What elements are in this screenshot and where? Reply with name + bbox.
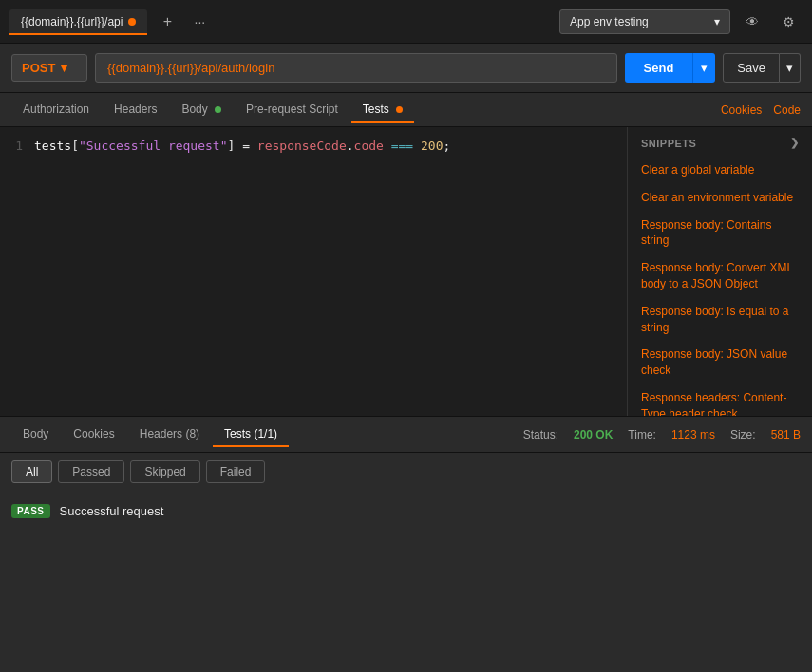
tab-label: {{domain}}.{{url}}/api — [21, 15, 123, 28]
send-button[interactable]: Send — [625, 53, 693, 83]
response-status-info: Status: 200 OK Time: 1123 ms Size: 581 B — [523, 428, 801, 441]
environment-selector[interactable]: App env testing ▾ — [559, 9, 730, 34]
snippet-body-equal[interactable]: Response body: Is equal to a string — [628, 298, 812, 342]
resp-tab-headers-label: Headers (8) — [140, 427, 199, 440]
tab-prerequest[interactable]: Pre-request Script — [235, 97, 349, 123]
resp-tab-cookies[interactable]: Cookies — [62, 422, 125, 447]
code-content-1: tests["Successful request"] = responseCo… — [34, 137, 450, 156]
send-chevron-icon: ▾ — [701, 61, 708, 75]
code-tests-key: tests — [34, 139, 71, 153]
resp-tab-cookies-label: Cookies — [73, 427, 114, 440]
resp-tab-tests[interactable]: Tests (1/1) — [213, 422, 289, 447]
line-number-1: 1 — [0, 137, 34, 156]
snippet-body-xml[interactable]: Response body: Convert XML body to a JSO… — [628, 254, 812, 298]
tests-dot-indicator — [396, 106, 403, 113]
filter-skipped-button[interactable]: Skipped — [130, 460, 199, 483]
test-filters: All Passed Skipped Failed — [0, 453, 812, 491]
snippets-header: SNIPPETS ❯ — [628, 137, 812, 157]
more-options-button[interactable]: ··· — [187, 9, 212, 34]
code-line-1: 1 tests["Successful request"] = response… — [0, 137, 627, 156]
env-chevron-icon: ▾ — [714, 15, 720, 28]
tab-tests-label: Tests — [363, 103, 389, 116]
save-button[interactable]: Save — [723, 53, 780, 83]
top-bar: {{domain}}.{{url}}/api + ··· App env tes… — [0, 0, 812, 44]
editor-area: 1 tests["Successful request"] = response… — [0, 127, 812, 417]
method-chevron-icon: ▾ — [61, 61, 67, 75]
resp-tab-body[interactable]: Body — [11, 422, 60, 447]
url-bar: POST ▾ Send ▾ Save ▾ — [0, 44, 812, 93]
tab-prerequest-label: Pre-request Script — [246, 103, 338, 116]
save-dropdown-button[interactable]: ▾ — [780, 53, 801, 83]
tab-headers-label: Headers — [114, 103, 157, 116]
time-label: Time: — [628, 428, 656, 441]
filter-all-button[interactable]: All — [11, 460, 52, 483]
snippet-headers-content-type[interactable]: Response headers: Content-Type header ch… — [628, 384, 812, 416]
eye-icon-button[interactable]: 👁 — [738, 8, 766, 36]
tab-tests[interactable]: Tests — [351, 97, 414, 123]
response-tabs: Body Cookies Headers (8) Tests (1/1) Sta… — [0, 417, 812, 453]
pass-badge: PASS — [11, 504, 50, 518]
snippets-chevron-icon[interactable]: ❯ — [790, 137, 800, 149]
snippet-body-json[interactable]: Response body: JSON value check — [628, 341, 812, 384]
tabs-right-links: Cookies Code — [721, 103, 801, 117]
add-tab-button[interactable]: + — [155, 9, 179, 34]
status-value: 200 OK — [574, 428, 613, 441]
cookies-link[interactable]: Cookies — [721, 103, 762, 117]
test-results: PASS Successful request — [0, 491, 812, 532]
snippets-title: SNIPPETS — [641, 138, 696, 149]
snippet-clear-global[interactable]: Clear a global variable — [628, 157, 812, 184]
tab-indicator — [128, 18, 136, 26]
method-selector[interactable]: POST ▾ — [11, 54, 87, 82]
test-result-name-1: Successful request — [60, 504, 164, 518]
settings-icon-button[interactable]: ⚙ — [774, 8, 803, 36]
size-label: Size: — [730, 428, 756, 441]
resp-tab-tests-label: Tests (1/1) — [224, 427, 277, 440]
size-value: 581 B — [771, 428, 801, 441]
response-area: Body Cookies Headers (8) Tests (1/1) Sta… — [0, 417, 812, 672]
snippets-panel: SNIPPETS ❯ Clear a global variable Clear… — [627, 127, 812, 416]
tab-body[interactable]: Body — [170, 97, 233, 123]
request-tabs: Authorization Headers Body Pre-request S… — [0, 93, 812, 127]
tab-authorization[interactable]: Authorization — [11, 97, 101, 123]
snippet-clear-env[interactable]: Clear an environment variable — [628, 184, 812, 212]
filter-failed-button[interactable]: Failed — [206, 460, 266, 483]
test-result-row-1: PASS Successful request — [11, 498, 801, 524]
env-label: App env testing — [570, 15, 649, 28]
url-input[interactable] — [95, 53, 617, 83]
code-link[interactable]: Code — [773, 103, 801, 117]
snippet-body-contains[interactable]: Response body: Contains string — [628, 212, 812, 255]
tab-authorization-label: Authorization — [23, 103, 89, 116]
method-label: POST — [22, 61, 55, 75]
status-label: Status: — [523, 428, 558, 441]
resp-tab-headers[interactable]: Headers (8) — [128, 422, 211, 447]
tab-body-label: Body — [181, 103, 207, 116]
filter-passed-button[interactable]: Passed — [58, 460, 124, 483]
save-chevron-icon: ▾ — [786, 61, 793, 75]
resp-tab-body-label: Body — [23, 427, 48, 440]
send-dropdown-button[interactable]: ▾ — [692, 53, 715, 83]
time-value: 1123 ms — [671, 428, 715, 441]
body-dot-indicator — [215, 106, 221, 113]
active-tab[interactable]: {{domain}}.{{url}}/api — [9, 9, 147, 34]
code-editor[interactable]: 1 tests["Successful request"] = response… — [0, 127, 627, 416]
tab-headers[interactable]: Headers — [103, 97, 168, 123]
